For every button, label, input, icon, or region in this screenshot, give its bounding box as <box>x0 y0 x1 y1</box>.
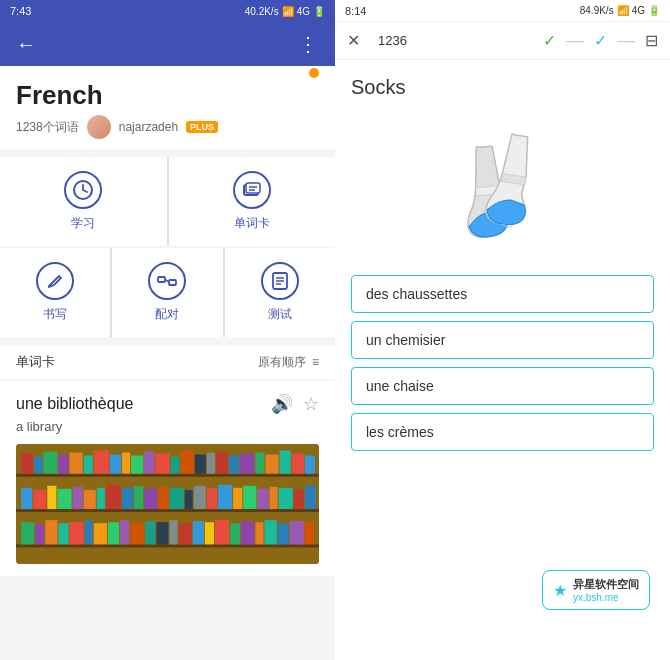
svg-rect-67 <box>70 522 84 544</box>
time-left: 7:43 <box>10 5 31 17</box>
svg-rect-18 <box>58 455 68 474</box>
svg-rect-36 <box>280 450 291 473</box>
more-button[interactable]: ⋮ <box>298 32 319 56</box>
svg-rect-25 <box>144 451 154 473</box>
avatar <box>87 115 111 139</box>
svg-rect-33 <box>240 454 254 474</box>
svg-rect-2 <box>246 183 260 193</box>
svg-rect-78 <box>205 522 214 544</box>
speed-right: 84.9K/s <box>580 5 614 16</box>
answer-option-4[interactable]: les crèmes <box>351 413 654 451</box>
dash-sep: — <box>566 30 584 51</box>
answer-option-1[interactable]: des chaussettes <box>351 275 654 313</box>
question-word: Socks <box>351 76 654 99</box>
svg-rect-60 <box>279 488 293 509</box>
svg-rect-31 <box>216 451 228 473</box>
action-grid-bottom: 书写 配对 <box>0 248 335 337</box>
svg-rect-82 <box>255 522 263 544</box>
filter-icon: ≡ <box>312 355 319 369</box>
svg-rect-16 <box>34 457 42 474</box>
vocab-card: une bibliothèque 🔊 ☆ a library <box>0 381 335 576</box>
svg-rect-29 <box>195 455 206 474</box>
app-header-left: ← ⋮ <box>0 22 335 66</box>
svg-rect-37 <box>292 454 304 474</box>
svg-rect-15 <box>21 454 33 474</box>
svg-rect-58 <box>257 489 268 509</box>
answer-option-2[interactable]: un chemisier <box>351 321 654 359</box>
svg-rect-34 <box>255 452 264 473</box>
learn-button[interactable]: 学习 <box>0 157 167 246</box>
svg-rect-51 <box>170 488 184 509</box>
svg-rect-6 <box>169 280 176 285</box>
vocab-translation: a library <box>16 419 319 434</box>
watermark-site: yx.bsh.me <box>573 592 639 603</box>
learn-icon <box>64 171 102 209</box>
match-button[interactable]: 配对 <box>112 248 222 337</box>
title-section: French 1238个词语 najarzadeh PLUS <box>0 66 335 149</box>
right-app-header: ✕ 1236 ✓ — ✓ — ⊟ <box>335 22 670 60</box>
test-button[interactable]: 测试 <box>225 248 335 337</box>
plus-badge: PLUS <box>186 121 218 133</box>
svg-rect-22 <box>110 455 121 474</box>
page-title: French <box>16 80 319 111</box>
battery-icon-right: 🔋 <box>648 5 660 16</box>
vocab-header: 单词卡 原有顺序 ≡ <box>0 345 335 379</box>
vocab-word: une bibliothèque <box>16 395 133 413</box>
cards-button[interactable]: 单词卡 <box>169 157 336 246</box>
svg-rect-35 <box>265 455 278 474</box>
svg-rect-12 <box>16 474 319 477</box>
svg-rect-13 <box>16 509 319 512</box>
svg-rect-75 <box>170 520 178 544</box>
svg-rect-77 <box>193 521 204 544</box>
svg-rect-44 <box>84 490 96 509</box>
svg-rect-70 <box>108 522 119 544</box>
vocab-section: 单词卡 原有顺序 ≡ une bibliothèque 🔊 ☆ a librar… <box>0 345 335 576</box>
svg-rect-17 <box>43 451 57 473</box>
vocab-sort[interactable]: 原有顺序 ≡ <box>258 354 319 371</box>
back-button[interactable]: ← <box>16 33 36 56</box>
svg-rect-85 <box>290 521 304 544</box>
svg-rect-63 <box>21 522 34 544</box>
write-label: 书写 <box>43 306 67 323</box>
status-icons-right: 84.9K/s 📶 4G 🔋 <box>580 5 660 16</box>
dash-sep2: — <box>617 30 635 51</box>
svg-rect-52 <box>185 490 193 509</box>
svg-rect-71 <box>120 520 129 544</box>
status-bar-left: 7:43 40.2K/s 📶 4G 🔋 <box>0 0 335 22</box>
svg-rect-73 <box>145 521 155 544</box>
signal-icon-right: 📶 <box>617 5 629 16</box>
content-left: French 1238个词语 najarzadeh PLUS 学习 <box>0 66 335 660</box>
star-button[interactable]: ☆ <box>303 393 319 415</box>
svg-rect-76 <box>179 523 192 544</box>
learn-label: 学习 <box>71 215 95 232</box>
left-phone: 7:43 40.2K/s 📶 4G 🔋 ← ⋮ French 1238个词语 n… <box>0 0 335 660</box>
svg-rect-38 <box>305 456 315 474</box>
username: najarzadeh <box>119 120 178 134</box>
svg-rect-43 <box>73 487 83 509</box>
network-left: 4G <box>297 6 310 17</box>
svg-rect-61 <box>294 490 304 509</box>
svg-rect-59 <box>270 487 278 509</box>
test-icon <box>261 262 299 300</box>
close-button[interactable]: ✕ <box>347 31 360 50</box>
time-right: 8:14 <box>345 5 366 17</box>
watermark-star: ★ <box>553 581 567 600</box>
svg-rect-74 <box>156 522 168 544</box>
svg-rect-55 <box>218 485 232 509</box>
adjust-icon[interactable]: ⊟ <box>645 31 658 50</box>
svg-rect-79 <box>215 520 229 544</box>
svg-rect-62 <box>305 486 316 509</box>
progress-indicators: ✓ — ✓ — ⊟ <box>543 30 658 51</box>
sound-button[interactable]: 🔊 <box>271 393 293 415</box>
svg-rect-23 <box>122 452 130 473</box>
write-button[interactable]: 书写 <box>0 248 110 337</box>
cards-icon <box>233 171 271 209</box>
svg-rect-19 <box>70 452 83 473</box>
svg-rect-27 <box>171 457 180 474</box>
answer-option-3[interactable]: une chaise <box>351 367 654 405</box>
subtitle-row: 1238个词语 najarzadeh PLUS <box>16 115 319 139</box>
svg-rect-84 <box>278 523 289 544</box>
watermark-content: 异星软件空间 yx.bsh.me <box>573 577 639 603</box>
check-down-icon: ✓ <box>594 31 607 50</box>
svg-rect-30 <box>207 452 215 473</box>
